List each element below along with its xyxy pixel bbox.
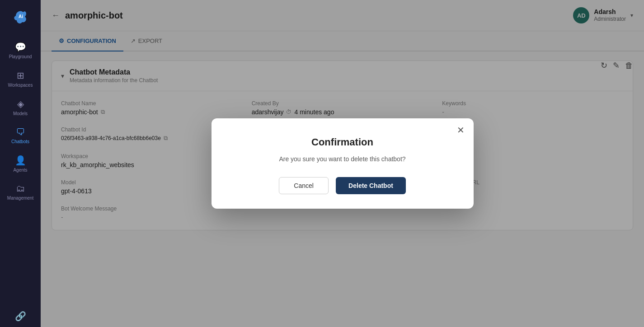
modal-close-button[interactable]: ✕ <box>457 126 465 135</box>
sidebar-item-agents[interactable]: 👤 Agents <box>0 149 41 178</box>
sidebar-label-workspaces: Workspaces <box>8 83 33 88</box>
sidebar-item-models[interactable]: ◈ Models <box>0 93 41 121</box>
main-content: ← amorphic-bot AD Adarsh Administrator ▾… <box>41 0 644 327</box>
modal-overlay: ✕ Confirmation Are you sure you want to … <box>41 0 644 327</box>
cancel-button[interactable]: Cancel <box>279 177 329 194</box>
sidebar: Ai 💬 Playground ⊞ Workspaces ◈ Models 🗨 … <box>0 0 41 327</box>
modal-actions: Cancel Delete Chatbot <box>230 177 456 194</box>
models-icon: ◈ <box>17 98 24 109</box>
sidebar-item-playground[interactable]: 💬 Playground <box>0 36 41 65</box>
sidebar-label-agents: Agents <box>13 168 27 173</box>
sidebar-label-playground: Playground <box>9 54 32 59</box>
sidebar-item-chatbots[interactable]: 🗨 Chatbots <box>0 121 41 149</box>
delete-chatbot-button[interactable]: Delete Chatbot <box>336 177 406 194</box>
workspaces-icon: ⊞ <box>17 70 24 81</box>
confirmation-modal: ✕ Confirmation Are you sure you want to … <box>212 118 474 209</box>
sidebar-label-models: Models <box>13 111 28 116</box>
chatbots-icon: 🗨 <box>16 127 25 137</box>
agents-icon: 👤 <box>15 155 26 166</box>
modal-message: Are you sure you want to delete this cha… <box>230 155 456 163</box>
sidebar-item-management[interactable]: 🗂 Management <box>0 178 41 206</box>
sidebar-item-link[interactable]: 🔗 <box>0 305 41 327</box>
link-icon: 🔗 <box>15 311 26 322</box>
sidebar-label-chatbots: Chatbots <box>11 139 29 144</box>
logo: Ai <box>9 5 32 27</box>
playground-icon: 💬 <box>15 42 26 52</box>
management-icon: 🗂 <box>16 183 25 194</box>
sidebar-item-workspaces[interactable]: ⊞ Workspaces <box>0 65 41 93</box>
sidebar-label-management: Management <box>7 196 33 201</box>
modal-title: Confirmation <box>230 136 456 148</box>
svg-text:Ai: Ai <box>19 14 23 19</box>
